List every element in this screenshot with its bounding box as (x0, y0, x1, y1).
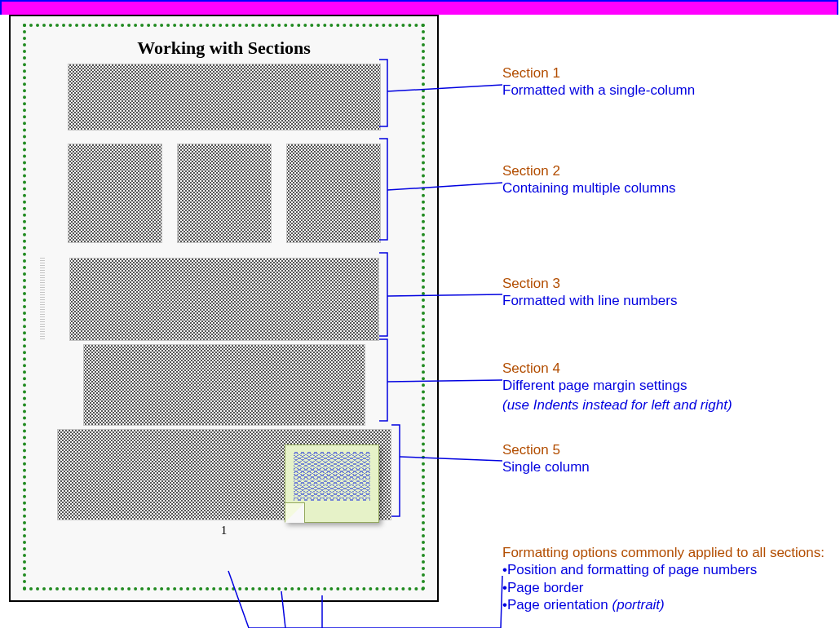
bullet-text: Page orientation (507, 597, 608, 613)
annotation-label: Section 1 (502, 64, 695, 82)
section-1-block (68, 64, 381, 130)
annotation-label: Section 2 (502, 162, 676, 179)
annotation-label: Section 5 (502, 441, 590, 458)
common-bullet: •Page orientation (portrait) (502, 596, 829, 613)
annotation-desc: Single column (502, 458, 590, 475)
annotation-label: Section 3 (502, 275, 677, 292)
annotation-section-4: Section 4 Different page margin settings… (502, 360, 732, 414)
annotation-desc: Different page margin settings (502, 377, 732, 394)
annotation-hint: (use Indents instead for left and right) (502, 396, 732, 414)
section-4-block (83, 344, 365, 426)
common-bullet: •Page border (502, 579, 829, 596)
page-number: 1 (221, 524, 228, 537)
common-heading: Formatting options commonly applied to a… (502, 544, 829, 561)
annotation-desc: Formatted with a single-column (502, 82, 695, 99)
annotation-section-2: Section 2 Containing multiple columns (502, 162, 676, 197)
embedded-note (285, 444, 379, 523)
section-2-col-3 (286, 144, 381, 243)
section-3-block (69, 258, 379, 341)
bullet-text: Page border (507, 580, 584, 595)
bullet-paren: (portrait) (612, 597, 665, 613)
bullet-text: Position and formatting of page numbers (507, 562, 757, 577)
annotation-section-3: Section 3 Formatted with line numbers (502, 275, 677, 310)
section-2-row (68, 144, 381, 243)
section-2-col-2 (177, 144, 272, 243)
annotation-common-options: Formatting options commonly applied to a… (502, 544, 829, 613)
annotation-section-5: Section 5 Single column (502, 441, 590, 476)
line-numbers-strip (40, 258, 45, 339)
annotation-desc: Containing multiple columns (502, 179, 676, 197)
page-fold-icon (285, 502, 305, 522)
page-frame: Working with Sections 1 (9, 15, 439, 602)
note-pattern (294, 452, 370, 501)
section-5-block (57, 429, 391, 520)
page-title: Working with Sections (137, 38, 311, 59)
annotation-label: Section 4 (502, 360, 732, 377)
common-bullet: •Position and formatting of page numbers (502, 561, 829, 578)
annotation-desc: Formatted with line numbers (502, 292, 677, 309)
magenta-top-bar (0, 0, 838, 15)
section-2-col-1 (68, 144, 162, 243)
annotation-section-1: Section 1 Formatted with a single-column (502, 64, 695, 100)
